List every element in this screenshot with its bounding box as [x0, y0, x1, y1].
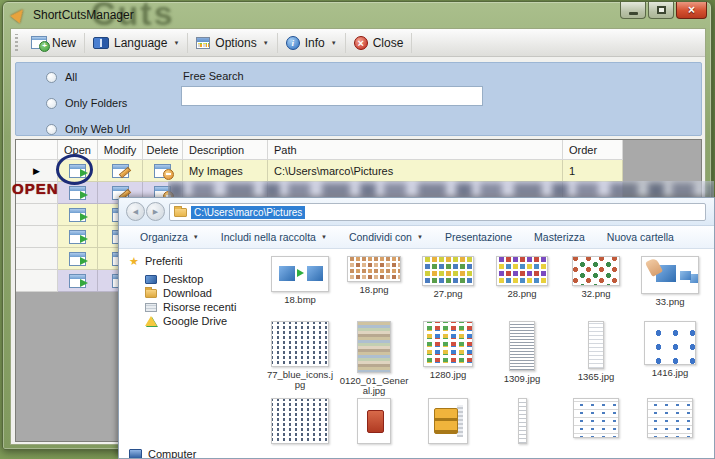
- row-selector-cell[interactable]: [16, 226, 58, 248]
- address-path-selected-text: C:\Users\marco\Pictures: [191, 206, 305, 219]
- explorer-toolbar-nuova-cartella[interactable]: Nuova cartella: [596, 231, 685, 243]
- file-item[interactable]: 77_blue_icons.jpg: [263, 321, 337, 396]
- open-shortcut-icon[interactable]: [69, 230, 86, 244]
- filter-radio-only-folders[interactable]: Only Folders: [46, 97, 127, 109]
- sidebar-item-google-drive[interactable]: Google Drive: [145, 315, 227, 327]
- forward-button[interactable]: ▶: [146, 202, 165, 221]
- file-name-label: 27.png: [433, 289, 462, 299]
- maximize-button[interactable]: [648, 2, 674, 19]
- file-item[interactable]: 1365.jpg: [559, 321, 633, 396]
- sidebar-item-download[interactable]: Download: [145, 287, 212, 299]
- toolbar-info-button[interactable]: Info▼: [278, 33, 346, 53]
- row-selector-cell[interactable]: ▶: [16, 160, 58, 182]
- back-button[interactable]: ◀: [126, 202, 145, 221]
- sidebar-item-label: Google Drive: [163, 315, 227, 327]
- delete-cell: [143, 160, 183, 182]
- toolbar-options-button[interactable]: Options▼: [188, 33, 277, 53]
- address-bar[interactable]: C:\Users\marco\Pictures: [169, 203, 706, 221]
- new-shortcut-icon: [31, 36, 47, 49]
- file-item[interactable]: 1416.jpg: [633, 321, 707, 396]
- app-icon: [10, 6, 27, 24]
- file-item-partial[interactable]: [633, 398, 707, 444]
- toolbar-item-label: Language: [114, 36, 167, 50]
- icon-grid-sparse-thumbnail: [572, 256, 620, 286]
- path-cell: C:\Users\marco\Pictures: [268, 160, 563, 182]
- toolbar-item-label: Info: [305, 36, 325, 50]
- maximize-icon: [657, 6, 666, 14]
- open-cell: [58, 270, 98, 292]
- explorer-toolbar-masterizza[interactable]: Masterizza: [523, 231, 596, 243]
- explorer-toolbar-includi-nella-raccolta[interactable]: Includi nella raccolta▼: [210, 231, 338, 243]
- column-header-order[interactable]: Order: [563, 140, 623, 160]
- explorer-toolbar-label: Masterizza: [534, 231, 585, 243]
- toolbar-language-button[interactable]: Language▼: [85, 33, 188, 53]
- file-item-partial[interactable]: [485, 398, 559, 444]
- column-header-delete[interactable]: Delete: [143, 140, 183, 160]
- file-item[interactable]: 28.png: [485, 256, 559, 307]
- modify-shortcut-icon[interactable]: [112, 164, 129, 178]
- explorer-sidebar: ★PreferitiDesktopDownloadRisorse recenti…: [119, 249, 261, 458]
- free-search-input[interactable]: [181, 86, 483, 106]
- row-selector-cell[interactable]: [16, 270, 58, 292]
- archive-file-thumbnail: [428, 398, 468, 444]
- file-item[interactable]: 32.png: [559, 256, 633, 307]
- blue-icons-sheet-thumbnail: [644, 321, 696, 365]
- dropdown-arrow-icon: ▼: [173, 40, 179, 46]
- hand-monitors-thumbnail: [641, 256, 699, 294]
- row-selector-cell[interactable]: [16, 248, 58, 270]
- close-icon: ×: [688, 4, 695, 16]
- explorer-toolbar-organizza[interactable]: Organizza▼: [129, 231, 210, 243]
- dropdown-arrow-icon: ▼: [417, 234, 423, 240]
- toolbar-new-button[interactable]: New: [23, 33, 85, 53]
- dropdown-arrow-icon: ▼: [263, 40, 269, 46]
- open-shortcut-icon[interactable]: [69, 274, 86, 288]
- file-row-1: 18.bmp18.png27.png28.png32.png33.png: [263, 256, 707, 307]
- file-item[interactable]: 1280.jpg: [411, 321, 485, 396]
- download-folder-icon: [145, 289, 157, 298]
- delete-shortcut-icon[interactable]: [154, 164, 171, 178]
- column-header-modify[interactable]: Modify: [98, 140, 143, 160]
- file-item[interactable]: 18.png: [337, 256, 411, 307]
- open-cell: [58, 248, 98, 270]
- sidebar-group-preferiti[interactable]: ★Preferiti: [129, 255, 183, 267]
- column-header-path[interactable]: Path: [268, 140, 563, 160]
- file-item[interactable]: 0120_01_General.jpg: [337, 321, 411, 396]
- sidebar-group-computer[interactable]: Computer: [129, 448, 196, 459]
- close-app-icon: [354, 36, 368, 50]
- column-header-description[interactable]: Description: [183, 140, 268, 160]
- filter-radio-all[interactable]: All: [46, 71, 77, 83]
- open-shortcut-icon[interactable]: [69, 186, 86, 200]
- file-item-partial[interactable]: [559, 398, 633, 444]
- row-selector-cell[interactable]: [16, 204, 58, 226]
- file-item[interactable]: 33.png: [633, 256, 707, 307]
- radio-button-icon: [46, 98, 57, 109]
- file-name-label: 32.png: [581, 289, 610, 299]
- open-shortcut-icon[interactable]: [69, 252, 86, 266]
- file-item-partial[interactable]: [263, 398, 337, 444]
- file-item-partial[interactable]: [411, 398, 485, 444]
- minimize-icon: [629, 12, 638, 15]
- screenshot-root: Cuts ShortCutsManager × NewLanguage▼Opti…: [0, 0, 715, 459]
- minimize-button[interactable]: [620, 2, 646, 19]
- file-item[interactable]: 27.png: [411, 256, 485, 307]
- toolbar-item-label: Options: [215, 36, 256, 50]
- open-shortcut-icon[interactable]: [69, 208, 86, 222]
- file-item-partial[interactable]: [337, 398, 411, 444]
- explorer-toolbar-label: Nuova cartella: [607, 231, 674, 243]
- explorer-toolbar-condividi-con[interactable]: Condividi con▼: [338, 231, 434, 243]
- file-item[interactable]: 1309.jpg: [485, 321, 559, 396]
- titlebar[interactable]: Cuts ShortCutsManager ×: [3, 2, 711, 28]
- file-name-label: 28.png: [507, 289, 536, 299]
- explorer-toolbar-presentazione[interactable]: Presentazione: [434, 231, 523, 243]
- explorer-toolbar-label: Organizza: [140, 231, 188, 243]
- file-item[interactable]: 18.bmp: [263, 256, 337, 307]
- toolbar-close-button[interactable]: Close: [346, 33, 413, 53]
- close-window-button[interactable]: ×: [676, 2, 707, 19]
- sidebar-item-desktop[interactable]: Desktop: [145, 273, 203, 285]
- sidebar-item-risorse-recenti[interactable]: Risorse recenti: [145, 301, 236, 313]
- filter-radio-only-web-url[interactable]: Only Web Url: [46, 123, 130, 135]
- filter-panel: AllOnly FoldersOnly Web Url Free Search: [15, 62, 702, 136]
- highlight-ellipse-annotation: [56, 154, 93, 185]
- radio-button-icon: [46, 124, 57, 135]
- ttc-font-file-thumbnail: [357, 398, 391, 444]
